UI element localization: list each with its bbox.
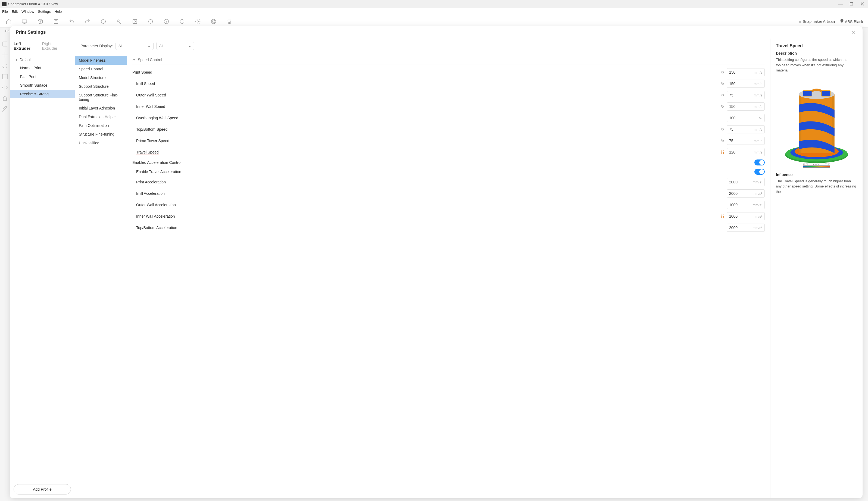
svg-rect-4 [133, 19, 137, 23]
scale-icon[interactable] [2, 73, 8, 80]
svg-point-3 [119, 22, 121, 23]
device-status[interactable]: Snapmaker Artisan [799, 19, 835, 24]
hexagon-icon[interactable] [178, 18, 186, 25]
menu-help[interactable]: Help [55, 10, 62, 13]
profile-group-default[interactable]: ▼Default [10, 56, 75, 64]
redo-icon[interactable] [84, 18, 91, 25]
circle-icon[interactable] [210, 18, 218, 25]
close-window-button[interactable]: ✕ [859, 1, 866, 8]
mirror-icon[interactable] [2, 84, 8, 91]
maximize-button[interactable]: □ [848, 1, 855, 8]
cat-structure-fine-tuning[interactable]: Structure Fine-tuning [75, 130, 127, 139]
infill-speed-input[interactable] [727, 82, 748, 86]
transform-icon[interactable] [147, 18, 154, 25]
infill-acc-input[interactable] [727, 191, 748, 196]
reset-icon[interactable]: ↻ [720, 70, 725, 75]
reset-icon-empty [720, 202, 725, 207]
monitor-icon[interactable] [21, 18, 28, 25]
settings-gear-icon[interactable] [194, 18, 202, 25]
home-icon[interactable] [5, 18, 12, 25]
cat-dual-extrusion-helper[interactable]: Dual Extrusion Helper [75, 113, 127, 121]
inner-wall-speed-input[interactable] [727, 104, 748, 109]
add-profile-button[interactable]: Add Profile [13, 484, 71, 494]
reset-icon[interactable]: ↻ [720, 104, 725, 109]
row-outer-wall-acc: Outer Wall Acceleration mm/s² [133, 199, 765, 211]
rotate-icon[interactable] [2, 63, 8, 69]
row-travel-speed: Travel Speed ⛓ mm/s [133, 147, 765, 158]
gears-icon[interactable] [115, 18, 123, 25]
chevron-down-icon: ⌄ [148, 44, 150, 48]
material-status[interactable]: ABS-Black [840, 19, 863, 24]
row-inner-wall-speed: Inner Wall Speed ↻ mm/s [133, 101, 765, 112]
row-enabled-acc-control: Enabled Acceleration Control [133, 158, 765, 167]
unlink-icon[interactable]: ⛓ [720, 214, 725, 219]
top-bottom-speed-input[interactable] [727, 127, 748, 131]
overhanging-wall-speed-input[interactable] [727, 116, 748, 120]
print-settings-modal: Print Settings ✕ Left Extruder Right Ext… [10, 26, 862, 498]
menu-settings[interactable]: Settings [38, 10, 51, 13]
travel-acc-toggle[interactable] [754, 169, 765, 175]
inner-wall-acc-input[interactable] [727, 214, 748, 218]
outer-wall-acc-input[interactable] [727, 203, 748, 207]
support-icon[interactable] [2, 95, 8, 102]
section-speed-control: ✲Speed Control [133, 53, 765, 64]
minimize-button[interactable]: — [837, 1, 844, 8]
menu-edit[interactable]: Edit [12, 10, 18, 13]
svg-rect-6 [149, 20, 152, 23]
profiles-panel: Left Extruder Right Extruder ▼Default No… [10, 39, 75, 498]
print-speed-input[interactable] [727, 70, 748, 74]
cat-support-structure[interactable]: Support Structure [75, 82, 127, 91]
reset-icon[interactable]: ↻ [720, 127, 725, 132]
profile-fast-print[interactable]: Fast Print [10, 72, 75, 81]
cat-initial-layer-adhesion[interactable]: Initial Layer Adhesion [75, 104, 127, 113]
add-shape-icon[interactable] [99, 18, 107, 25]
menu-window[interactable]: Window [21, 10, 34, 13]
cat-model-structure[interactable]: Model Structure [75, 73, 127, 82]
param-select-2[interactable]: All⌄ [156, 42, 194, 50]
svg-rect-12 [3, 42, 7, 46]
travel-speed-input[interactable] [727, 150, 748, 154]
reset-icon[interactable]: ↻ [720, 81, 725, 86]
titlebar-text: Snapmaker Luban 4.13.0 / New [8, 2, 837, 6]
menu-file[interactable]: File [2, 10, 8, 13]
settings-list: ✲Speed Control Print Speed ↻ mm/s Infill… [127, 53, 770, 498]
info-influence-text: The Travel Speed is generally much highe… [776, 179, 857, 194]
reset-icon[interactable]: ↻ [720, 93, 725, 97]
undo-icon[interactable] [68, 18, 76, 25]
shield-icon [840, 19, 844, 23]
modal-close-button[interactable]: ✕ [850, 28, 857, 36]
profile-normal-print[interactable]: Normal Print [10, 64, 75, 72]
cat-model-fineness[interactable]: Model Fineness [75, 56, 127, 65]
top-bottom-acc-input[interactable] [727, 225, 748, 230]
unlink-icon[interactable]: ⛓ [720, 150, 725, 154]
cat-unclassified[interactable]: Unclassified [75, 139, 127, 147]
tab-right-extruder[interactable]: Right Extruder [42, 39, 68, 53]
tab-left-extruder[interactable]: Left Extruder [13, 39, 39, 53]
layer-icon[interactable] [131, 18, 139, 25]
outer-wall-speed-input[interactable] [727, 93, 748, 97]
cat-support-fine-tuning[interactable]: Support Structure Fine-tuning [75, 91, 127, 104]
svg-rect-1 [54, 19, 58, 23]
cube-icon[interactable] [36, 18, 44, 25]
cat-speed-control[interactable]: Speed Control [75, 65, 127, 73]
print-acc-input[interactable] [727, 180, 748, 184]
brush-icon[interactable] [2, 106, 8, 113]
row-print-acc: Print Acceleration mm/s² [133, 176, 765, 188]
move-icon[interactable] [2, 52, 8, 58]
param-display-label: Parameter Display: [81, 44, 113, 48]
modal-title: Print Settings [16, 30, 850, 35]
profile-precise-strong[interactable]: Precise & Strong [10, 90, 75, 98]
reset-icon[interactable]: ↻ [720, 138, 725, 143]
info-icon[interactable] [162, 18, 170, 25]
object-icon[interactable] [2, 41, 8, 47]
prime-tower-speed-input[interactable] [727, 139, 748, 143]
enabled-acc-toggle[interactable] [754, 159, 765, 166]
row-top-bottom-acc: Top/Bottom Acceleration mm/s² [133, 222, 765, 233]
cup-icon[interactable] [225, 18, 233, 25]
profile-smooth-surface[interactable]: Smooth Surface [10, 81, 75, 90]
save-icon[interactable] [52, 18, 60, 25]
cat-path-optimization[interactable]: Path Optimization [75, 121, 127, 130]
speed-legend: 10.00mm/s120.00 [803, 163, 830, 168]
param-select-1[interactable]: All⌄ [116, 42, 154, 50]
row-infill-speed: Infill Speed ↻ mm/s [133, 78, 765, 89]
